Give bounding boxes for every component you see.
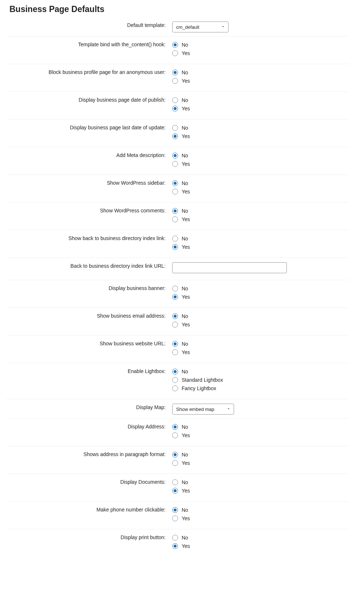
setting-row-back-link-url: Back to business directory index link UR… xyxy=(7,258,349,280)
input-back-link-url[interactable] xyxy=(172,262,287,273)
radio-display-banner-yes[interactable]: Yes xyxy=(172,293,349,301)
radio-button-icon xyxy=(172,488,178,494)
setting-row-show-website-url: Show business website URL:NoYes xyxy=(7,336,349,363)
radio-label: Yes xyxy=(182,244,190,250)
radio-button-icon xyxy=(172,515,178,521)
radio-last-date-update-yes[interactable]: Yes xyxy=(172,132,349,140)
setting-row-show-wp-sidebar: Show WordPress sidebar:NoYes xyxy=(7,175,349,203)
setting-row-add-meta: Add Meta description:NoYes xyxy=(7,147,349,175)
radio-show-email-yes[interactable]: Yes xyxy=(172,321,349,329)
setting-row-display-map: Display Map:Show embed map xyxy=(7,399,349,419)
radio-button-icon xyxy=(172,385,178,391)
radio-button-icon xyxy=(172,294,178,300)
radio-label: Yes xyxy=(182,50,190,56)
radio-show-wp-sidebar-no[interactable]: No xyxy=(172,179,349,187)
radio-display-print-button-no[interactable]: No xyxy=(172,534,349,542)
radio-show-website-url-no[interactable]: No xyxy=(172,340,349,348)
radio-display-documents-no[interactable]: No xyxy=(172,478,349,486)
radio-label: Yes xyxy=(182,189,190,195)
setting-row-display-address: Display Address:NoYes xyxy=(7,419,349,446)
radio-label: Fancy Lightbox xyxy=(182,385,216,391)
radio-label: No xyxy=(182,236,188,242)
radio-button-icon xyxy=(172,369,178,374)
radio-label: No xyxy=(182,507,188,513)
radio-label: No xyxy=(182,369,188,374)
setting-label: Block business profile page for an anony… xyxy=(7,64,172,92)
radio-address-paragraph-no[interactable]: No xyxy=(172,451,349,459)
radio-display-address-yes[interactable]: Yes xyxy=(172,431,349,439)
radio-add-meta-yes[interactable]: Yes xyxy=(172,160,349,168)
radio-button-icon xyxy=(172,208,178,214)
setting-row-show-wp-comments: Show WordPress comments:NoYes xyxy=(7,203,349,230)
setting-row-default-template: Default template:cm_default xyxy=(7,17,349,36)
radio-label: No xyxy=(182,535,188,541)
radio-display-banner-no[interactable]: No xyxy=(172,285,349,293)
select-value: Show embed map xyxy=(176,407,214,412)
radio-date-of-publish-yes[interactable]: Yes xyxy=(172,105,349,113)
setting-label: Make phone number clickable: xyxy=(7,502,172,529)
select-default-template[interactable]: cm_default xyxy=(172,21,229,32)
setting-label: Back to business directory index link UR… xyxy=(7,258,172,280)
radio-button-icon xyxy=(172,349,178,355)
radio-address-paragraph-yes[interactable]: Yes xyxy=(172,459,349,467)
radio-add-meta-no[interactable]: No xyxy=(172,152,349,160)
radio-template-bind-yes[interactable]: Yes xyxy=(172,49,349,57)
setting-row-display-documents: Display Documents:NoYes xyxy=(7,474,349,502)
setting-label: Show business website URL: xyxy=(7,336,172,363)
radio-display-documents-yes[interactable]: Yes xyxy=(172,487,349,495)
radio-label: Yes xyxy=(182,432,190,438)
radio-label: Yes xyxy=(182,133,190,139)
radio-show-wp-comments-no[interactable]: No xyxy=(172,207,349,215)
radio-button-icon xyxy=(172,460,178,466)
setting-row-display-banner: Display business banner:NoYes xyxy=(7,280,349,308)
radio-label: Yes xyxy=(182,515,190,521)
radio-enable-lightbox-0[interactable]: No xyxy=(172,368,349,376)
radio-display-print-button-yes[interactable]: Yes xyxy=(172,542,349,550)
radio-show-email-no[interactable]: No xyxy=(172,312,349,320)
radio-block-anonymous-no[interactable]: No xyxy=(172,68,349,76)
radio-enable-lightbox-2[interactable]: Fancy Lightbox xyxy=(172,384,349,392)
radio-show-back-link-no[interactable]: No xyxy=(172,235,349,243)
settings-table: Default template:cm_defaultTemplate bind… xyxy=(7,17,349,557)
radio-label: Yes xyxy=(182,106,190,111)
setting-label: Show business email address: xyxy=(7,308,172,336)
radio-label: No xyxy=(182,341,188,347)
radio-button-icon xyxy=(172,432,178,438)
radio-block-anonymous-yes[interactable]: Yes xyxy=(172,77,349,85)
radio-label: Yes xyxy=(182,460,190,466)
radio-label: Yes xyxy=(182,78,190,84)
radio-button-icon xyxy=(172,125,178,131)
radio-last-date-update-no[interactable]: No xyxy=(172,124,349,132)
setting-label: Enable Lightbox: xyxy=(7,363,172,399)
radio-button-icon xyxy=(172,535,178,541)
select-value: cm_default xyxy=(176,24,199,30)
radio-enable-lightbox-1[interactable]: Standard Lightbox xyxy=(172,376,349,384)
setting-row-block-anonymous: Block business profile page for an anony… xyxy=(7,64,349,92)
radio-label: Yes xyxy=(182,543,190,549)
radio-button-icon xyxy=(172,153,178,158)
radio-display-address-no[interactable]: No xyxy=(172,423,349,431)
setting-row-show-back-link: Show back to business directory index li… xyxy=(7,230,349,258)
setting-row-last-date-update: Display business page last date of updat… xyxy=(7,119,349,147)
radio-show-wp-sidebar-yes[interactable]: Yes xyxy=(172,188,349,196)
chevron-down-icon xyxy=(226,407,231,412)
setting-row-date-of-publish: Display business page date of publish:No… xyxy=(7,92,349,119)
radio-phone-clickable-no[interactable]: No xyxy=(172,506,349,514)
setting-label: Show back to business directory index li… xyxy=(7,230,172,258)
radio-button-icon xyxy=(172,479,178,485)
radio-template-bind-no[interactable]: No xyxy=(172,41,349,49)
setting-row-template-bind: Template bind with the_content() hook:No… xyxy=(7,36,349,64)
radio-show-back-link-yes[interactable]: Yes xyxy=(172,243,349,251)
radio-phone-clickable-yes[interactable]: Yes xyxy=(172,514,349,522)
setting-label: Display business page date of publish: xyxy=(7,92,172,119)
radio-date-of-publish-no[interactable]: No xyxy=(172,96,349,104)
radio-button-icon xyxy=(172,180,178,186)
setting-label: Default template: xyxy=(7,17,172,36)
setting-label: Display business banner: xyxy=(7,280,172,308)
radio-show-website-url-yes[interactable]: Yes xyxy=(172,348,349,356)
radio-button-icon xyxy=(172,189,178,195)
setting-label: Display Map: xyxy=(7,399,172,419)
select-display-map[interactable]: Show embed map xyxy=(172,404,234,415)
chevron-down-icon xyxy=(221,24,225,30)
radio-show-wp-comments-yes[interactable]: Yes xyxy=(172,215,349,223)
